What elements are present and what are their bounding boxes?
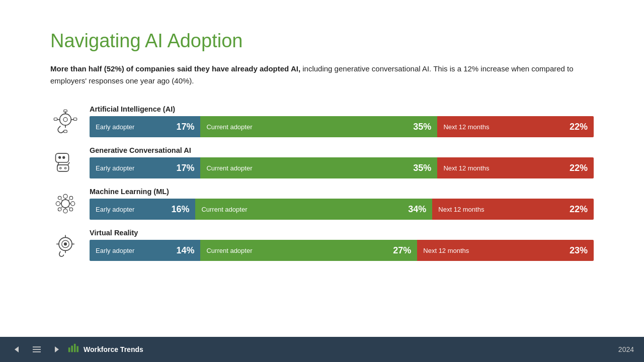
next-pct-ml: 22% — [570, 204, 588, 215]
brand-area: Workforce Trends — [67, 343, 143, 356]
chart-label-ai: Artificial Intelligence (AI) — [90, 105, 594, 113]
svg-point-20 — [63, 209, 67, 213]
prev-button[interactable] — [10, 343, 23, 356]
svg-line-34 — [68, 207, 69, 208]
current-pct-vr: 27% — [393, 245, 411, 256]
bar-next-vr: Next 12 months 23% — [417, 240, 594, 261]
current-label-ml: Current adopter — [201, 206, 247, 213]
chart-col-ai: Artificial Intelligence (AI) Early adopt… — [90, 105, 594, 137]
chart-row-vr: Virtual Reality Early adopter 14% Curren… — [50, 229, 594, 261]
svg-line-15 — [68, 162, 69, 165]
svg-line-32 — [68, 200, 69, 201]
bar-next-ai: Next 12 months 22% — [437, 116, 594, 137]
current-label-ai: Current adopter — [206, 123, 252, 131]
chart-col-ml: Machine Learning (ML) Early adopter 16% … — [90, 188, 594, 220]
svg-rect-48 — [71, 346, 73, 352]
icon-gen-ai — [50, 147, 80, 177]
description-bold: More than half (52%) of companies said t… — [50, 64, 300, 73]
svg-rect-47 — [68, 347, 70, 352]
current-pct-ai: 35% — [413, 122, 431, 132]
svg-rect-6 — [64, 130, 67, 133]
svg-point-24 — [69, 196, 73, 200]
early-label-ai: Early adopter — [96, 123, 134, 131]
svg-point-26 — [69, 208, 73, 211]
early-pct-ai: 17% — [176, 122, 194, 132]
svg-point-16 — [59, 156, 61, 158]
svg-point-9 — [63, 118, 67, 122]
svg-point-21 — [56, 202, 60, 206]
chart-section: Artificial Intelligence (AI) Early adopt… — [50, 105, 594, 261]
bar-early-vr: Early adopter 14% — [90, 240, 200, 261]
chart-col-vr: Virtual Reality Early adopter 14% Curren… — [90, 229, 594, 261]
svg-rect-49 — [74, 344, 76, 352]
early-pct-gen-ai: 17% — [176, 163, 194, 173]
next-pct-ai: 22% — [570, 122, 588, 132]
svg-line-31 — [61, 200, 62, 201]
svg-rect-8 — [73, 118, 77, 121]
current-label-vr: Current adopter — [206, 247, 252, 254]
chart-label-gen-ai: Generative Conversational AI — [90, 146, 594, 154]
next-pct-vr: 23% — [570, 245, 588, 256]
svg-point-37 — [64, 243, 67, 245]
bar-early-ml: Early adopter 16% — [90, 199, 195, 220]
bar-next-gen-ai: Next 12 months 22% — [437, 157, 594, 178]
chart-row-ai: Artificial Intelligence (AI) Early adopt… — [50, 105, 594, 137]
svg-point-13 — [60, 167, 61, 169]
current-label-gen-ai: Current adopter — [206, 164, 252, 172]
svg-rect-10 — [56, 153, 69, 162]
svg-rect-50 — [76, 346, 78, 352]
chart-row-ml: Machine Learning (ML) Early adopter 16% … — [50, 188, 594, 220]
bar-early-ai: Early adopter 17% — [90, 116, 200, 137]
bar-current-gen-ai: Current adopter 35% — [200, 157, 437, 178]
brand-icon — [67, 343, 78, 356]
svg-line-33 — [61, 207, 62, 208]
bar-row-gen-ai: Early adopter 17% Current adopter 35% Ne… — [90, 157, 594, 178]
chart-col-gen-ai: Generative Conversational AI Early adopt… — [90, 146, 594, 178]
chart-label-ml: Machine Learning (ML) — [90, 188, 594, 196]
bar-early-gen-ai: Early adopter 17% — [90, 157, 200, 178]
bar-next-ml: Next 12 months 22% — [432, 199, 594, 220]
chart-row-gen-ai: Generative Conversational AI Early adopt… — [50, 146, 594, 178]
bar-current-ai: Current adopter 35% — [200, 116, 437, 137]
svg-marker-42 — [15, 346, 19, 352]
svg-point-23 — [58, 196, 61, 200]
svg-point-0 — [60, 114, 71, 125]
description: More than half (52%) of companies said t… — [50, 63, 584, 87]
bar-current-vr: Current adopter 27% — [200, 240, 417, 261]
bar-row-ai: Early adopter 17% Current adopter 35% Ne… — [90, 116, 594, 137]
brand-name: Workforce Trends — [84, 345, 143, 353]
svg-rect-12 — [57, 165, 69, 171]
chart-label-vr: Virtual Reality — [90, 229, 594, 237]
early-label-vr: Early adopter — [96, 247, 134, 254]
bar-current-ml: Current adopter 34% — [195, 199, 432, 220]
bottom-bar: Workforce Trends 2024 — [0, 337, 644, 362]
icon-ai — [50, 106, 80, 136]
icon-ml — [50, 189, 80, 219]
svg-point-14 — [64, 167, 66, 169]
year-label: 2024 — [618, 345, 634, 353]
next-button[interactable] — [50, 343, 63, 356]
next-label-gen-ai: Next 12 months — [443, 164, 489, 172]
early-label-ml: Early adopter — [96, 206, 134, 213]
current-pct-ml: 34% — [408, 204, 426, 215]
next-label-ai: Next 12 months — [443, 123, 489, 131]
main-content: Navigating AI Adoption More than half (5… — [0, 0, 644, 271]
next-pct-gen-ai: 22% — [570, 163, 588, 173]
next-label-ml: Next 12 months — [438, 206, 484, 213]
page-title: Navigating AI Adoption — [50, 30, 594, 52]
svg-marker-46 — [55, 346, 59, 352]
icon-vr — [50, 230, 80, 260]
svg-point-25 — [58, 208, 61, 211]
svg-point-19 — [63, 194, 67, 198]
svg-rect-7 — [54, 118, 57, 121]
menu-button[interactable] — [30, 343, 43, 356]
nav-controls — [10, 343, 63, 356]
svg-point-22 — [71, 202, 75, 206]
next-label-vr: Next 12 months — [423, 247, 469, 254]
bar-row-ml: Early adopter 16% Current adopter 34% Ne… — [90, 199, 594, 220]
early-label-gen-ai: Early adopter — [96, 164, 134, 172]
current-pct-gen-ai: 35% — [413, 163, 431, 173]
bar-row-vr: Early adopter 14% Current adopter 27% Ne… — [90, 240, 594, 261]
svg-point-17 — [63, 156, 65, 158]
early-pct-ml: 16% — [171, 204, 189, 215]
